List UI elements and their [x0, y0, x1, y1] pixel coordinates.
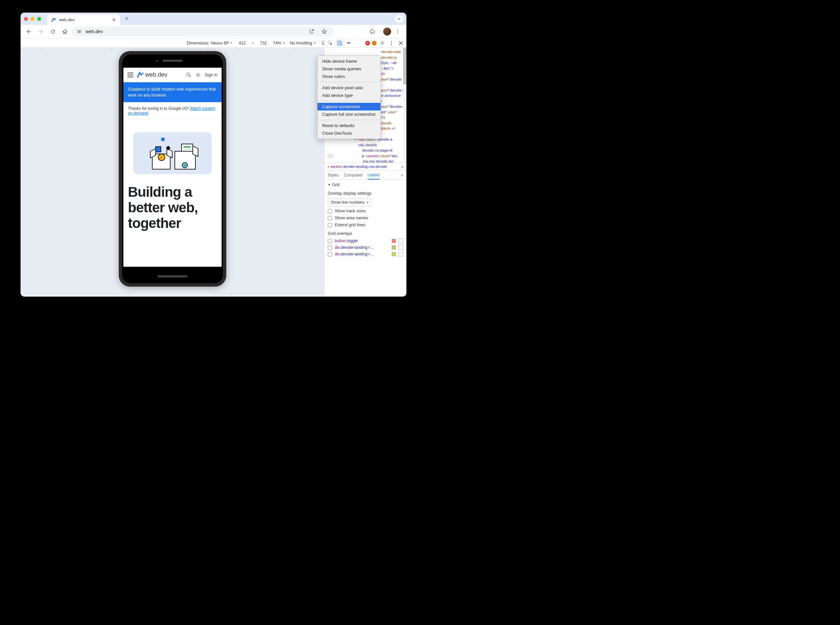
- device-screen[interactable]: web.dev Sign in Guidance to build modern…: [123, 68, 222, 267]
- breadcrumb[interactable]: section.devsite-landing-row.devsite: [330, 165, 400, 168]
- device-mode-icon[interactable]: [336, 39, 343, 47]
- close-devtools-icon[interactable]: [397, 39, 404, 47]
- tabs-dropdown-button[interactable]: [395, 15, 403, 23]
- tab-styles[interactable]: Styles: [328, 173, 339, 177]
- share-icon[interactable]: [306, 26, 316, 36]
- svg-point-20: [391, 41, 392, 42]
- overlay-row[interactable]: button.toggle: [328, 238, 403, 243]
- throttling-dropdown[interactable]: No throttling: [290, 41, 316, 45]
- dimensions-separator: ×: [252, 41, 254, 45]
- device-width[interactable]: 412: [238, 41, 247, 45]
- device-name: Nexus 6P: [211, 41, 229, 45]
- overlay-row[interactable]: div.devsite-landing-r…: [328, 245, 403, 250]
- search-icon[interactable]: [186, 72, 191, 78]
- svg-point-3: [78, 32, 79, 33]
- highlight-icon[interactable]: [398, 252, 403, 257]
- menu-reset[interactable]: Reset to defaults: [317, 122, 381, 129]
- more-tabs-icon[interactable]: [345, 39, 352, 47]
- devtools-menu-icon[interactable]: [388, 39, 395, 47]
- menu-show-media[interactable]: Show media queries: [317, 65, 381, 73]
- viewport: web.dev Sign in Guidance to build modern…: [20, 48, 406, 296]
- maximize-window-button[interactable]: [37, 17, 41, 21]
- crumb-right-icon[interactable]: ▸: [400, 165, 405, 169]
- menu-close-devtools[interactable]: Close DevTools: [317, 129, 381, 137]
- device-dropdown[interactable]: Dimensions: Nexus 6P: [187, 41, 233, 45]
- svg-point-5: [397, 31, 398, 32]
- overlay-settings-title: Overlay display settings: [328, 191, 403, 196]
- menu-add-dpr[interactable]: Add device pixel ratio: [317, 84, 381, 92]
- color-swatch[interactable]: [392, 239, 396, 243]
- ellipsis-button[interactable]: ⋯: [327, 153, 333, 159]
- site-info-icon[interactable]: [76, 28, 82, 34]
- favicon-icon: [51, 17, 56, 23]
- svg-point-0: [51, 20, 53, 22]
- layout-pane[interactable]: Grid Overlay display settings Show line …: [324, 180, 406, 296]
- forward-button[interactable]: [36, 26, 46, 36]
- devtools-panel: ✕ ! Hide device frame Show media queries…: [324, 48, 406, 296]
- minimize-window-button[interactable]: [31, 17, 34, 21]
- home-button[interactable]: [60, 26, 70, 36]
- svg-point-9: [140, 74, 142, 76]
- menu-capture-full[interactable]: Capture full size screenshot: [317, 110, 381, 118]
- mobile-header: web.dev Sign in: [123, 68, 222, 82]
- chrome-menu-icon[interactable]: [392, 26, 403, 36]
- zoom-dropdown[interactable]: 74%: [273, 41, 285, 45]
- settings-icon[interactable]: [378, 39, 386, 47]
- svg-point-22: [391, 44, 392, 45]
- dimensions-label: Dimensions:: [187, 41, 210, 45]
- tab-computed[interactable]: Computed: [344, 173, 362, 177]
- svg-point-21: [391, 42, 392, 44]
- new-tab-button[interactable]: +: [122, 14, 131, 23]
- profile-avatar[interactable]: [383, 28, 391, 36]
- check-extend-lines[interactable]: Extend grid lines: [328, 222, 403, 227]
- grid-section-header[interactable]: Grid: [328, 182, 403, 187]
- check-area-names[interactable]: Show area names: [328, 216, 403, 220]
- svg-point-12: [198, 74, 199, 76]
- error-badge[interactable]: ✕: [365, 41, 370, 45]
- warning-badge[interactable]: !: [372, 41, 376, 45]
- extensions-icon[interactable]: [367, 26, 378, 36]
- inspect-icon[interactable]: [327, 39, 334, 47]
- svg-point-6: [397, 33, 398, 34]
- tab-layout[interactable]: Layout: [367, 173, 380, 179]
- io-announcement: Thanks for tuning in to Google I/O! Watc…: [123, 102, 222, 120]
- device-toolbar-menu-icon[interactable]: [314, 48, 320, 48]
- bookmark-icon[interactable]: [319, 26, 329, 36]
- back-button[interactable]: [24, 26, 34, 36]
- menu-add-type[interactable]: Add device type: [317, 92, 381, 99]
- theme-icon[interactable]: [195, 72, 201, 78]
- context-menu: Hide device frame Show media queries Sho…: [317, 55, 381, 139]
- svg-line-11: [190, 76, 191, 77]
- check-track-sizes[interactable]: Show track sizes: [328, 209, 403, 213]
- svg-point-1: [78, 30, 79, 31]
- crumb-left-icon[interactable]: ◂: [326, 165, 330, 169]
- menu-capture-screenshot[interactable]: Capture screenshot: [317, 103, 381, 110]
- hamburger-icon[interactable]: [128, 73, 133, 77]
- url-bar: web.dev: [20, 25, 406, 39]
- menu-show-rulers[interactable]: Show rulers: [317, 73, 381, 80]
- tab-title: web.dev: [59, 17, 109, 22]
- color-swatch[interactable]: [392, 252, 396, 256]
- breadcrumb-bar[interactable]: ◂ section.devsite-landing-row.devsite ▸: [324, 163, 406, 171]
- browser-tab[interactable]: web.dev ✕: [47, 15, 120, 25]
- line-numbers-dropdown[interactable]: Show line numbers: [328, 198, 372, 206]
- highlight-icon[interactable]: [398, 238, 403, 243]
- device-height[interactable]: 732: [259, 41, 268, 45]
- svg-point-4: [397, 30, 398, 31]
- color-swatch[interactable]: [392, 246, 396, 249]
- signin-link[interactable]: Sign in: [205, 73, 217, 77]
- close-tab-icon[interactable]: ✕: [112, 17, 116, 23]
- devtools-toolbar: ✕ !: [324, 39, 406, 48]
- reload-button[interactable]: [48, 26, 58, 36]
- menu-hide-frame[interactable]: Hide device frame: [317, 58, 381, 65]
- scrollbar-track[interactable]: [403, 48, 406, 163]
- scrollbar-thumb[interactable]: [403, 48, 406, 84]
- more-tabs-icon[interactable]: »: [401, 173, 403, 177]
- overlay-row[interactable]: div.devsite-landing-r…: [328, 252, 403, 257]
- highlight-icon[interactable]: [398, 245, 403, 250]
- divider: [380, 28, 381, 35]
- site-logo[interactable]: web.dev: [137, 72, 168, 79]
- close-window-button[interactable]: [24, 17, 28, 21]
- device-canvas: web.dev Sign in Guidance to build modern…: [20, 48, 324, 296]
- omnibox[interactable]: web.dev: [72, 26, 334, 36]
